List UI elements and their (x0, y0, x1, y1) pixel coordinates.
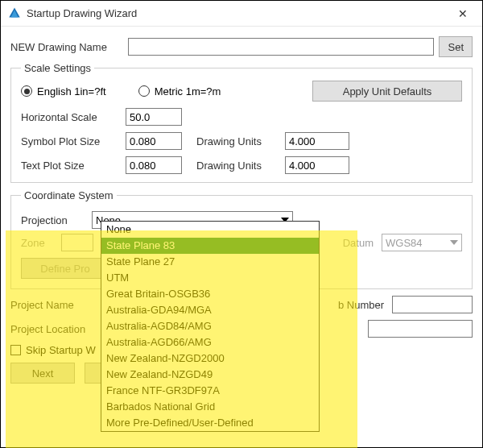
projection-option[interactable]: None (101, 222, 319, 238)
projection-option[interactable]: State Plane 27 (101, 254, 319, 270)
datum-label: Datum (343, 237, 374, 249)
projection-option[interactable]: More Pre-Defined/User-Defined (101, 415, 319, 431)
symbol-plot-size-input[interactable] (126, 132, 182, 150)
datum-combo: WGS84 (382, 234, 462, 251)
projection-option[interactable]: New Zealand-NZGD2000 (101, 351, 319, 367)
projection-option[interactable]: New Zealand-NZGD49 (101, 367, 319, 383)
zone-label: Zone (21, 237, 53, 249)
projection-option[interactable]: Australia-AGD84/AMG (101, 318, 319, 334)
new-drawing-name-label: NEW Drawing Name (10, 41, 123, 53)
projection-option[interactable]: UTM (101, 270, 319, 286)
project-location-input[interactable] (368, 320, 473, 338)
radio-dot-icon (138, 85, 150, 97)
projection-dropdown[interactable]: NoneState Plane 83State Plane 27UTMGreat… (101, 221, 320, 432)
window-title: Startup Drawing Wizard (27, 7, 447, 19)
radio-english-label: English 1in=?ft (37, 85, 106, 97)
define-projection-button[interactable]: Define Pro (21, 258, 109, 279)
radio-english[interactable]: English 1in=?ft (21, 85, 106, 97)
text-drawing-units-label: Drawing Units (196, 160, 277, 172)
projection-option[interactable]: State Plane 83 (101, 238, 319, 254)
text-plot-size-input[interactable] (126, 156, 182, 174)
radio-metric[interactable]: Metric 1m=?m (138, 85, 221, 97)
text-drawing-units-input[interactable] (285, 156, 349, 174)
datum-combo-text: WGS84 (382, 235, 447, 251)
skip-startup-label: Skip Startup W (26, 344, 96, 356)
project-location-label: Project Location (10, 323, 99, 335)
symbol-plot-size-label: Symbol Plot Size (21, 135, 118, 147)
radio-metric-label: Metric 1m=?m (155, 85, 221, 97)
projection-option[interactable]: Great Britain-OSGB36 (101, 286, 319, 302)
close-icon: ✕ (458, 7, 468, 20)
zone-input (61, 234, 93, 251)
chevron-down-icon (447, 240, 461, 245)
startup-wizard-window: Startup Drawing Wizard ✕ NEW Drawing Nam… (0, 0, 483, 448)
radio-dot-icon (21, 85, 32, 97)
horizontal-scale-label: Horizontal Scale (21, 111, 118, 123)
app-icon (7, 6, 22, 21)
skip-startup-checkbox[interactable]: Skip Startup W (10, 344, 96, 356)
projection-option[interactable]: France NTF-GR3DF97A (101, 383, 319, 399)
scale-settings-legend: Scale Settings (21, 62, 94, 74)
horizontal-scale-input[interactable] (126, 108, 182, 126)
projection-label: Projection (21, 214, 85, 226)
new-drawing-name-input[interactable] (128, 38, 434, 56)
job-number-input[interactable] (392, 296, 473, 313)
job-number-label: b Number (338, 299, 384, 311)
project-name-label: Project Name (10, 299, 91, 311)
titlebar: Startup Drawing Wizard ✕ (1, 1, 482, 27)
close-button[interactable]: ✕ (447, 2, 479, 26)
coordinate-system-legend: Coordinate System (21, 189, 117, 201)
apply-unit-defaults-button[interactable]: Apply Unit Defaults (312, 81, 462, 102)
set-button[interactable]: Set (439, 36, 473, 57)
scale-settings-group: Scale Settings English 1in=?ft Metric 1m… (10, 62, 473, 183)
projection-option[interactable]: Australia-AGD66/AMG (101, 334, 319, 351)
coordinate-system-group: Coordinate System Projection None Zone D… (10, 189, 473, 289)
svg-marker-3 (450, 240, 458, 245)
text-plot-size-label: Text Plot Size (21, 160, 118, 172)
projection-option[interactable]: Australia-GDA94/MGA (101, 302, 319, 318)
symbol-drawing-units-label: Drawing Units (196, 135, 277, 147)
symbol-drawing-units-input[interactable] (285, 132, 349, 150)
next-button[interactable]: Next (10, 363, 75, 384)
projection-option[interactable]: Barbados National Grid (101, 399, 319, 415)
checkbox-icon (10, 345, 21, 355)
